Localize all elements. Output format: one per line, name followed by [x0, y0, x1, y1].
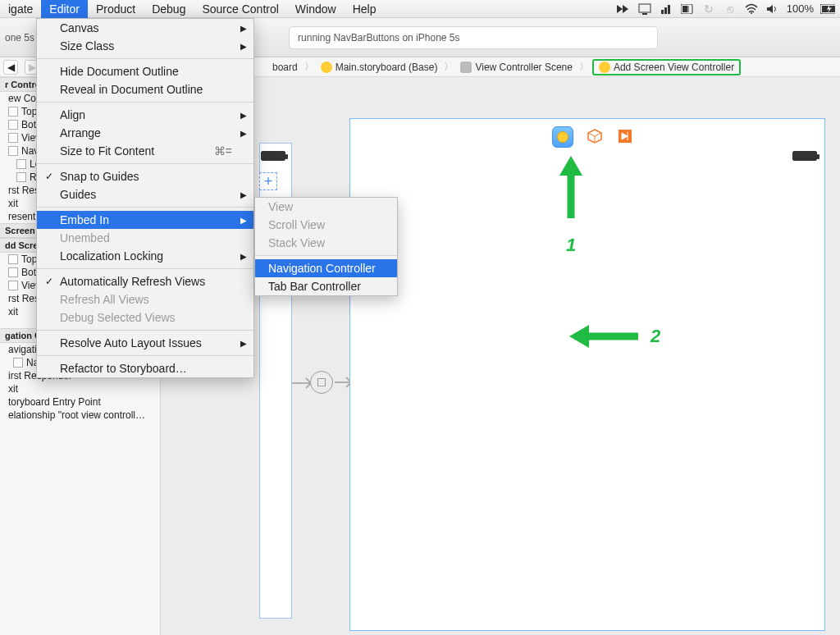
svg-rect-4: [668, 5, 670, 14]
menu-item[interactable]: Size Class: [37, 37, 253, 55]
add-constraint-button[interactable]: +: [259, 172, 277, 190]
outline-row[interactable]: elationship "root view controll…: [0, 409, 160, 422]
status-text: running NavBarButtons on iPhone 5s: [298, 32, 459, 43]
menu-item[interactable]: Align: [37, 106, 253, 124]
wifi-icon[interactable]: [744, 2, 759, 16]
menu-item[interactable]: Refactor to Storyboard…: [37, 359, 253, 377]
svg-rect-0: [639, 4, 651, 12]
menu-editor[interactable]: Editor: [41, 0, 88, 18]
guide-icon: [8, 107, 18, 116]
guide-icon: [8, 254, 18, 264]
annotation-label: 2: [651, 326, 660, 347]
status-pill: running NavBarButtons on iPhone 5s: [289, 26, 658, 49]
storyboard-icon: [321, 62, 332, 73]
menu-item: Debug Selected Views: [37, 308, 253, 327]
view-icon: [8, 133, 18, 143]
segue-arrow-icon: [292, 371, 356, 394]
guide-icon: [8, 120, 18, 130]
storyboard-canvas[interactable]: + 1 2: [161, 77, 840, 635]
svg-rect-1: [642, 13, 647, 15]
exit-icon[interactable]: [618, 129, 632, 144]
menu-navigate[interactable]: igate: [0, 0, 41, 18]
breadcrumb-item[interactable]: board: [269, 61, 301, 74]
menu-item[interactable]: Localization Locking: [37, 247, 253, 265]
annotation-label: 1: [555, 235, 587, 256]
display-icon[interactable]: [637, 2, 652, 16]
menu-item[interactable]: Automatically Refresh Views: [37, 272, 253, 290]
annotation-arrow-1: 1: [555, 154, 587, 256]
menu-bar: igate Editor Product Debug Source Contro…: [0, 0, 840, 18]
menu-item[interactable]: Guides: [37, 185, 253, 203]
battery-percent: 100%: [787, 2, 814, 15]
view-icon: [8, 281, 18, 290]
barbutton-icon: [16, 159, 26, 169]
submenu-item: Stack View: [255, 234, 397, 252]
editor-menu-dropdown: CanvasSize ClassHide Document OutlineRev…: [36, 18, 254, 378]
menu-item[interactable]: Embed In: [37, 211, 253, 229]
navbar-icon: [13, 358, 23, 368]
bars-icon[interactable]: [659, 2, 673, 16]
menu-product[interactable]: Product: [88, 0, 144, 18]
menu-item: Unembed: [37, 229, 253, 247]
outline-row[interactable]: toryboard Entry Point: [0, 395, 160, 409]
svg-rect-7: [686, 6, 687, 12]
svg-rect-6: [682, 6, 686, 12]
viewcontroller-icon: [599, 62, 610, 73]
submenu-item[interactable]: Navigation Controller: [255, 259, 397, 277]
menu-window[interactable]: Window: [287, 0, 345, 18]
guide-icon: [8, 267, 18, 277]
navitem-icon: [8, 146, 18, 156]
viewcontroller-selector-button[interactable]: [552, 126, 573, 148]
breadcrumb-back[interactable]: ◀: [3, 60, 18, 75]
barbutton-icon: [16, 172, 26, 182]
menu-item[interactable]: Size to Fit Content⌘=: [37, 142, 253, 160]
menu-item[interactable]: Hide Document Outline: [37, 62, 253, 80]
outline-row[interactable]: xit: [0, 382, 160, 395]
breadcrumb-item-selected[interactable]: Add Screen View Controller: [592, 59, 741, 75]
statusbar-battery-icon: [261, 151, 285, 161]
scene-icon: [460, 62, 472, 73]
svg-rect-2: [661, 10, 664, 14]
volume-icon[interactable]: [765, 2, 780, 16]
device-label: one 5s: [0, 32, 34, 43]
fast-forward-icon[interactable]: [616, 2, 631, 16]
annotation-arrow-2: 2: [566, 320, 660, 353]
breadcrumb-item[interactable]: View Controller Scene: [457, 61, 576, 74]
menu-item[interactable]: Canvas: [37, 19, 253, 37]
first-responder-icon[interactable]: [587, 129, 602, 144]
menu-help[interactable]: Help: [345, 0, 385, 18]
battery-icon[interactable]: [820, 2, 835, 16]
menu-item[interactable]: Snap to Guides: [37, 167, 253, 185]
menu-debug[interactable]: Debug: [144, 0, 194, 18]
submenu-item[interactable]: Tab Bar Controller: [255, 277, 397, 295]
breadcrumb-item[interactable]: Main.storyboard (Base): [317, 61, 441, 74]
menu-item[interactable]: Reveal in Document Outline: [37, 80, 253, 98]
battery-square-icon[interactable]: [680, 2, 695, 16]
menu-source-control[interactable]: Source Control: [194, 0, 286, 18]
bluetooth-icon[interactable]: ⎋: [723, 2, 737, 16]
svg-point-9: [751, 12, 752, 14]
menu-item[interactable]: Arrange: [37, 124, 253, 142]
statusbar-battery-icon: [792, 151, 817, 161]
menu-item[interactable]: Resolve Auto Layout Issues: [37, 334, 253, 352]
artboard-right[interactable]: [349, 118, 825, 631]
embed-in-submenu: ViewScroll ViewStack ViewNavigation Cont…: [254, 197, 398, 296]
submenu-item: Scroll View: [255, 216, 397, 234]
svg-rect-3: [664, 7, 667, 14]
sync-icon[interactable]: ↻: [701, 2, 716, 16]
menu-item: Refresh All Views: [37, 290, 253, 308]
submenu-item: View: [255, 198, 397, 216]
svg-rect-8: [687, 6, 688, 12]
viewcontroller-icon: [557, 131, 568, 143]
